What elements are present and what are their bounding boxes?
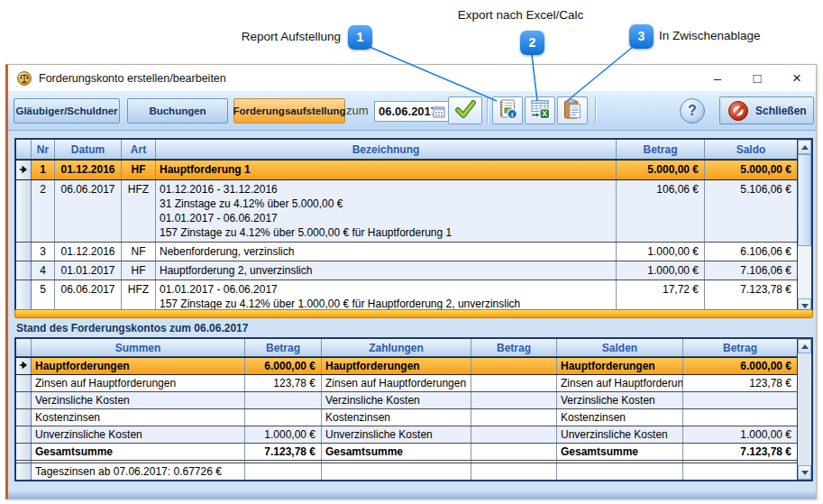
export-excel-button[interactable]: X bbox=[525, 96, 555, 124]
cell-datum: 01.12.2016 bbox=[55, 160, 122, 179]
date-field bbox=[374, 101, 452, 122]
summary-row[interactable]: Tageszinsen ab 07.06.2017: 0.67726 € bbox=[16, 463, 797, 480]
cell-summen bbox=[32, 461, 245, 463]
cell-salden bbox=[557, 461, 683, 463]
screenshot-canvas: Report Aufstellung 1 Export nach Excel/C… bbox=[0, 0, 823, 504]
summary-row[interactable]: Verzinsliche KostenVerzinsliche KostenVe… bbox=[16, 392, 797, 409]
toolbar-separator bbox=[487, 97, 488, 124]
calendar-icon[interactable] bbox=[433, 105, 445, 118]
callout-balloon-1: 1 bbox=[348, 25, 372, 50]
summary-row[interactable]: Hauptforderungen6.000,00 €Hauptforderung… bbox=[16, 357, 797, 375]
cell-betrag bbox=[471, 461, 557, 463]
scroll-down-button[interactable] bbox=[798, 465, 811, 480]
schliessen-label: Schließen bbox=[755, 105, 807, 117]
booking-row[interactable]: 401.01.2017HFHauptforderung 2, unverzins… bbox=[16, 261, 797, 280]
summary-row[interactable]: Gesamtsumme7.123,78 €GesamtsummeGesamtsu… bbox=[16, 444, 797, 461]
date-input[interactable] bbox=[375, 105, 433, 118]
close-window-button[interactable]: × bbox=[783, 65, 810, 91]
cell-betrag bbox=[683, 409, 797, 426]
row-selector-cell bbox=[16, 358, 32, 374]
cell-betrag bbox=[245, 392, 322, 408]
svg-text:X: X bbox=[542, 109, 547, 118]
cell-zahlungen: Unverzinsliche Kosten bbox=[322, 426, 471, 443]
cell-betrag: 1.000,00 € bbox=[245, 426, 322, 443]
cell-bezeichnung: Nebenforderung, verzinslich bbox=[156, 243, 617, 261]
bezeichnung-line: Nebenforderung, verzinslich bbox=[160, 244, 612, 259]
booking-row[interactable]: 301.12.2016NFNebenforderung, verzinslich… bbox=[16, 243, 797, 261]
minimize-button[interactable]: – bbox=[704, 65, 731, 91]
summary-row[interactable]: Unverzinsliche Kosten1.000,00 €Unverzins… bbox=[16, 426, 797, 444]
bezeichnung-line: Hauptforderung 2, unverzinslich bbox=[160, 263, 612, 278]
row-selector-cell bbox=[16, 444, 32, 460]
column-header: Betrag bbox=[617, 140, 705, 159]
window-controls: – □ × bbox=[704, 65, 810, 91]
bookings-scrollbar bbox=[797, 140, 811, 313]
current-row-arrow-icon bbox=[19, 359, 28, 373]
cell-betrag bbox=[683, 461, 797, 463]
scroll-up-button[interactable] bbox=[798, 140, 811, 154]
annotation-label-clipboard: In Zwischenablage bbox=[659, 29, 761, 42]
cell-summen: Gesamtsumme bbox=[32, 444, 245, 460]
cell-betrag bbox=[245, 409, 322, 426]
scroll-thumb[interactable] bbox=[798, 154, 811, 246]
cell-summen: Unverzinsliche Kosten bbox=[32, 426, 245, 443]
cell-betrag bbox=[471, 409, 557, 426]
booking-row[interactable]: 506.06.2017HFZ01.01.2017 - 06.06.2017157… bbox=[16, 280, 797, 313]
cell-art: NF bbox=[122, 243, 156, 261]
row-selector-cell bbox=[16, 180, 32, 242]
callout-balloon-3: 3 bbox=[629, 24, 654, 49]
column-header: Art bbox=[122, 140, 156, 159]
cell-bezeichnung: Hauptforderung 2, unverzinslich bbox=[156, 261, 617, 279]
help-button[interactable]: ? bbox=[680, 98, 705, 124]
cell-art: HF bbox=[122, 261, 156, 279]
booking-row[interactable]: 101.12.2016HFHauptforderung 15.000,00 €5… bbox=[16, 160, 797, 180]
scroll-up-button[interactable] bbox=[798, 339, 811, 353]
section-divider bbox=[14, 309, 813, 318]
cell-betrag: 123,78 € bbox=[245, 375, 322, 391]
cell-zahlungen: Gesamtsumme bbox=[322, 444, 471, 460]
summary-table-header: SummenBetragZahlungenBetragSaldenBetrag bbox=[16, 339, 797, 357]
report-icon: i bbox=[497, 98, 518, 124]
maximize-button[interactable]: □ bbox=[744, 65, 771, 91]
copy-clipboard-button[interactable] bbox=[557, 96, 588, 124]
tab-forderungsaufstellung[interactable]: Forderungsaufstellung bbox=[233, 98, 345, 124]
row-selector-cell bbox=[16, 243, 32, 261]
cell-betrag bbox=[471, 463, 557, 480]
report-aufstellung-button[interactable]: i bbox=[492, 96, 523, 124]
date-label: zum bbox=[346, 104, 369, 117]
scroll-track bbox=[798, 154, 811, 298]
bezeichnung-line: 01.12.2016 - 31.12.2016 bbox=[160, 182, 612, 197]
cell-bezeichnung: 01.01.2017 - 06.06.2017157 Zinstage zu 4… bbox=[156, 280, 617, 313]
cell-salden: Zinsen auf Hauptforderungen bbox=[557, 375, 683, 391]
cell-zahlungen bbox=[322, 461, 471, 463]
clipboard-icon bbox=[562, 98, 583, 124]
summary-scrollbar bbox=[797, 339, 811, 480]
bezeichnung-line: 01.01.2017 - 06.06.2017 bbox=[160, 282, 612, 297]
summary-row[interactable]: KostenzinsenKostenzinsenKostenzinsen bbox=[16, 409, 797, 426]
confirm-date-button[interactable] bbox=[448, 96, 482, 124]
arrow-up-icon bbox=[801, 344, 809, 349]
column-header: Bezeichnung bbox=[156, 140, 617, 159]
cell-salden: Gesamtsumme bbox=[557, 444, 683, 460]
titlebar: Forderungskonto erstellen/bearbeiten – □… bbox=[8, 65, 816, 91]
summary-table: SummenBetragZahlungenBetragSaldenBetrag … bbox=[14, 337, 813, 481]
schliessen-button[interactable]: Schließen bbox=[719, 96, 814, 124]
cell-betrag bbox=[471, 426, 557, 443]
scales-of-justice-icon bbox=[17, 71, 32, 86]
bookings-table: NrDatumArtBezeichnungBetragSaldo 101.12.… bbox=[14, 138, 813, 315]
bezeichnung-line: 157 Zinstage zu 4.12% über 5.000,00 € fü… bbox=[160, 225, 612, 240]
summary-row[interactable]: Zinsen auf Hauptforderungen123,78 €Zinse… bbox=[16, 375, 797, 392]
column-header: Betrag bbox=[471, 339, 557, 356]
window-title: Forderungskonto erstellen/bearbeiten bbox=[39, 72, 226, 85]
column-header: Zahlungen bbox=[322, 339, 471, 356]
tab-glaeubiger-schuldner[interactable]: Gläubiger/Schuldner bbox=[14, 98, 120, 124]
cell-zahlungen: Zinsen auf Hauptforderungen bbox=[322, 375, 471, 391]
bezeichnung-line: 31 Zinstage zu 4.12% über 5.000,00 € bbox=[160, 197, 612, 211]
status-bar bbox=[8, 490, 816, 499]
cell-nr: 3 bbox=[32, 243, 55, 261]
cell-saldo: 5.106,06 € bbox=[705, 180, 797, 242]
column-header: Betrag bbox=[683, 339, 797, 356]
tab-buchungen[interactable]: Buchungen bbox=[127, 98, 228, 124]
arrow-up-icon bbox=[801, 145, 809, 150]
booking-row[interactable]: 206.06.2017HFZ01.12.2016 - 31.12.201631 … bbox=[16, 180, 797, 243]
